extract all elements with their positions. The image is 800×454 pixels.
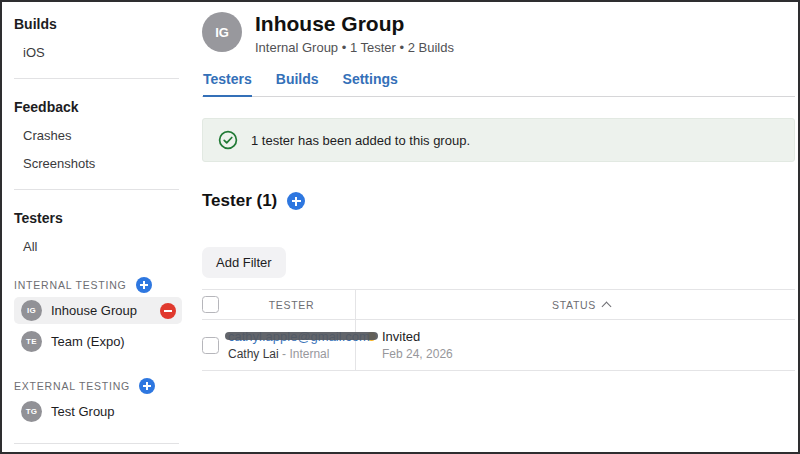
sidebar-divider xyxy=(14,78,179,79)
success-banner-text: 1 tester has been added to this group. xyxy=(251,133,470,148)
page-header: IG Inhouse Group Internal Group • 1 Test… xyxy=(202,12,795,55)
tester-email-redacted[interactable]: cathyl.apple@gmail.com xyxy=(228,329,370,344)
column-header-tester[interactable]: TESTER xyxy=(269,299,315,311)
tester-name-line: Cathy Lai - Internal xyxy=(228,347,355,361)
internal-testing-label: INTERNAL TESTING xyxy=(14,277,182,293)
sidebar-heading-testers: Testers xyxy=(14,210,182,226)
internal-testing-label-text: INTERNAL TESTING xyxy=(14,279,127,291)
external-testing-label: EXTERNAL TESTING xyxy=(14,378,182,394)
main-content: IG Inhouse Group Internal Group • 1 Test… xyxy=(194,2,798,452)
group-avatar-large: IG xyxy=(202,12,242,52)
sort-ascending-icon xyxy=(602,302,612,312)
tester-membership: Internal xyxy=(289,347,329,361)
tab-settings[interactable]: Settings xyxy=(343,71,398,97)
table-row: cathyl.apple@gmail.com Cathy Lai - Inter… xyxy=(202,320,795,371)
add-internal-group-icon[interactable] xyxy=(136,277,152,293)
group-avatar: TE xyxy=(21,331,42,352)
sidebar-group-inhouse-group[interactable]: IG Inhouse Group xyxy=(14,297,182,324)
select-all-checkbox[interactable] xyxy=(202,296,219,313)
column-header-status[interactable]: STATUS xyxy=(552,299,596,311)
sidebar-divider xyxy=(14,189,179,190)
tester-name-separator: - xyxy=(282,347,286,361)
table-header-row: TESTER STATUS xyxy=(202,289,795,320)
sidebar-group-team-expo[interactable]: TE Team (Expo) xyxy=(14,328,182,355)
external-testing-label-text: EXTERNAL TESTING xyxy=(14,380,130,392)
group-name: Team (Expo) xyxy=(51,334,176,349)
group-name: Test Group xyxy=(51,404,176,419)
tab-bar: Testers Builds Settings xyxy=(202,71,795,97)
row-checkbox[interactable] xyxy=(202,337,219,354)
sidebar-item-ios[interactable]: iOS xyxy=(14,45,182,60)
tab-builds[interactable]: Builds xyxy=(276,71,319,97)
status-line: Invited xyxy=(367,329,795,344)
sidebar-item-crashes[interactable]: Crashes xyxy=(14,128,182,143)
add-tester-icon[interactable] xyxy=(287,192,305,210)
tester-name: Cathy Lai xyxy=(228,347,279,361)
group-avatar: IG xyxy=(21,300,42,321)
status-date: Feb 24, 2026 xyxy=(382,347,795,361)
sidebar-item-screenshots[interactable]: Screenshots xyxy=(14,156,182,171)
sidebar-group-test-group[interactable]: TG Test Group xyxy=(14,398,182,425)
sidebar-heading-builds: Builds xyxy=(14,16,182,32)
sidebar-divider xyxy=(14,443,179,444)
page-title: Inhouse Group xyxy=(255,12,454,35)
sidebar: Builds iOS Feedback Crashes Screenshots … xyxy=(2,2,194,452)
add-external-group-icon[interactable] xyxy=(139,378,155,394)
testers-table: TESTER STATUS cathyl.apple@gmail.com Cat… xyxy=(202,289,795,371)
app-window: Builds iOS Feedback Crashes Screenshots … xyxy=(0,0,800,454)
success-check-icon xyxy=(218,130,238,150)
page-subtitle: Internal Group • 1 Tester • 2 Builds xyxy=(255,40,454,55)
tester-count-heading: Tester (1) xyxy=(202,191,277,211)
group-name: Inhouse Group xyxy=(51,303,151,318)
remove-group-icon[interactable] xyxy=(160,303,176,319)
status-text: Invited xyxy=(382,329,420,344)
success-banner: 1 tester has been added to this group. xyxy=(202,118,795,162)
sidebar-heading-feedback: Feedback xyxy=(14,99,182,115)
tester-section-heading-row: Tester (1) xyxy=(202,191,795,211)
sidebar-item-all-testers[interactable]: All xyxy=(14,239,182,254)
tab-testers[interactable]: Testers xyxy=(203,71,252,97)
group-avatar: TG xyxy=(21,401,42,422)
add-filter-button[interactable]: Add Filter xyxy=(202,247,286,278)
